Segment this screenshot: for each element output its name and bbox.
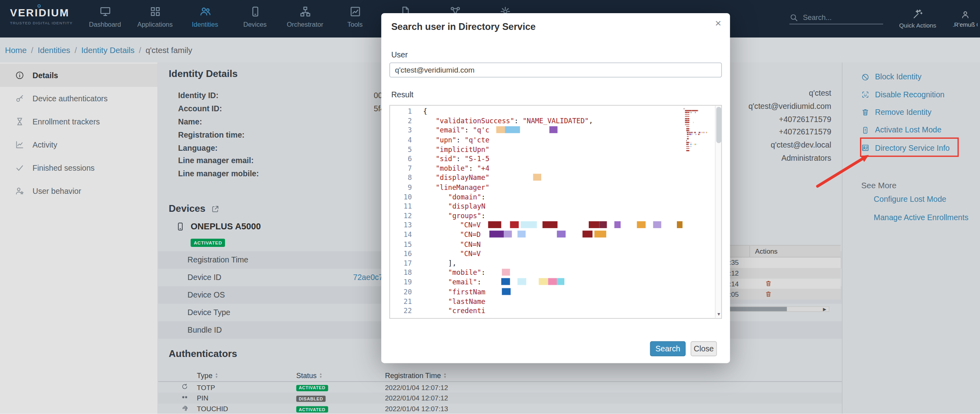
line-number: 16 <box>390 249 423 259</box>
redacted-block <box>518 231 526 238</box>
search-button[interactable]: Search <box>650 341 686 357</box>
redacted-block <box>517 278 526 285</box>
line-number: 9 <box>390 183 423 192</box>
redacted-block <box>521 221 537 228</box>
redacted-block <box>505 126 520 133</box>
redacted-block <box>653 221 661 228</box>
code-line: 8"displayName" <box>390 173 721 183</box>
code-line: 22"credenti <box>390 306 721 316</box>
line-number: 8 <box>390 173 423 183</box>
redacted-block <box>502 269 510 276</box>
redacted-block <box>502 288 511 295</box>
code-line: 17], <box>390 259 721 268</box>
code-line: 6"sid": "S-1-5 <box>390 154 721 164</box>
code-line: 21"lastName <box>390 297 721 306</box>
line-number: 18 <box>390 268 423 278</box>
editor-scrollbar[interactable]: ▼ <box>715 106 722 318</box>
line-number: 3 <box>390 126 423 136</box>
line-number: 6 <box>390 154 423 164</box>
redacted-block <box>488 221 501 228</box>
code-line: 11"displayN <box>390 202 721 211</box>
redacted-block <box>557 231 566 238</box>
line-number: 12 <box>390 211 423 221</box>
code-line: 20"firstNam <box>390 287 721 297</box>
user-field-label: User <box>391 51 408 59</box>
redacted-block <box>542 221 558 228</box>
redacted-block <box>599 221 607 228</box>
directory-service-modal: Search user in Directory Service × User … <box>381 13 730 363</box>
redacted-block <box>496 126 505 133</box>
redacted-block <box>557 278 564 285</box>
redacted-block <box>504 231 512 238</box>
code-line: 14"CN=D <box>390 230 721 240</box>
json-result-editor[interactable]: 1{2"validationSuccess": "NAME_VALIDATED"… <box>389 105 722 319</box>
editor-scrollbar-thumb[interactable] <box>716 107 722 143</box>
line-number: 14 <box>390 230 423 240</box>
editor-minimap <box>684 108 711 152</box>
code-line: 18"mobile": <box>390 268 721 278</box>
scroll-down-arrow[interactable]: ▼ <box>716 311 722 317</box>
line-number: 7 <box>390 164 423 173</box>
code-line: 16"CN=V <box>390 249 721 259</box>
line-number: 21 <box>390 297 423 306</box>
line-number: 1 <box>390 107 423 116</box>
redacted-block <box>548 278 557 285</box>
veridium-admin-app: VERIDIUM TRUSTED DIGITAL IDENTITY Dashbo… <box>0 0 980 414</box>
redacted-block <box>589 221 599 228</box>
code-line: 3"email": "q'c <box>390 126 721 136</box>
code-line: 19"email": <box>390 278 721 287</box>
line-number: 2 <box>390 116 423 126</box>
redacted-block <box>533 174 541 181</box>
result-label: Result <box>391 91 414 99</box>
line-number: 13 <box>390 221 423 231</box>
line-number: 15 <box>390 240 423 249</box>
line-number: 17 <box>390 259 423 268</box>
redacted-block <box>615 221 621 228</box>
line-number: 5 <box>390 145 423 154</box>
line-number: 22 <box>390 306 423 316</box>
redacted-block <box>539 278 548 285</box>
code-line: 5"implicitUpn" <box>390 145 721 154</box>
redacted-block <box>501 278 510 285</box>
redacted-block <box>489 231 504 238</box>
close-button[interactable]: Close <box>690 341 717 357</box>
line-number: 19 <box>390 278 423 287</box>
close-icon[interactable]: × <box>715 18 722 30</box>
directory-user-input[interactable] <box>389 63 722 78</box>
code-line: 7"mobile": "+4 <box>390 164 721 173</box>
code-line: 15"CN=N <box>390 240 721 249</box>
line-number: 11 <box>390 202 423 211</box>
code-line: 10"domain": <box>390 192 721 202</box>
line-number: 10 <box>390 192 423 202</box>
code-line: 4"upn": "q'cte <box>390 135 721 145</box>
line-number: 20 <box>390 287 423 297</box>
line-number: 4 <box>390 135 423 145</box>
redacted-block <box>583 231 593 238</box>
redacted-block <box>637 221 646 228</box>
code-line: 2"validationSuccess": "NAME_VALIDATED", <box>390 116 721 126</box>
redacted-block <box>550 126 558 133</box>
redacted-block <box>510 221 519 228</box>
code-line: 13"CN=V <box>390 221 721 231</box>
modal-title: Search user in Directory Service <box>391 21 536 32</box>
code-line: 9"lineManager" <box>390 183 721 192</box>
redacted-block <box>594 231 606 238</box>
code-line: 12"groups": <box>390 211 721 221</box>
code-lines: 1{2"validationSuccess": "NAME_VALIDATED"… <box>390 107 721 316</box>
code-line: 1{ <box>390 107 721 116</box>
redacted-block <box>677 221 682 228</box>
